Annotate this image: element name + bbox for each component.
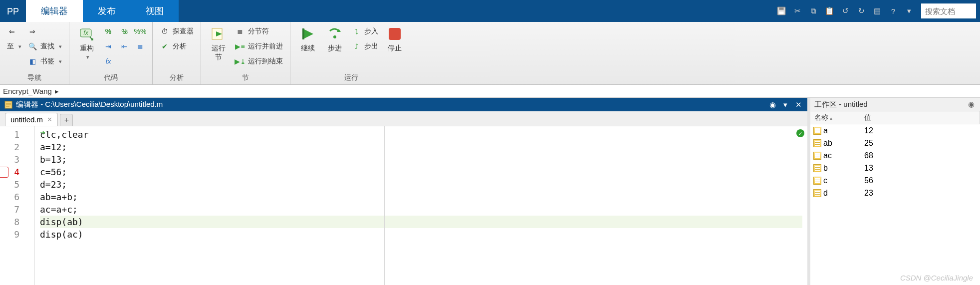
svg-rect-2 — [779, 7, 784, 10]
code-line[interactable]: disp(ab) — [40, 216, 802, 228]
editor-panel-title: 编辑器 - C:\Users\Cecilia\Desktop\untitled.… — [0, 98, 807, 111]
nav-goto-button[interactable]: 至 — [7, 40, 21, 53]
run-advance-button[interactable]: ▶≡运行并前进 — [235, 40, 283, 53]
paste-icon[interactable]: 📋 — [822, 4, 836, 18]
workspace-pane: 工作区 - untitled ◉ 名称 值 a12ab25ac68b13c56d… — [810, 98, 980, 285]
comment-percent-button[interactable]: % — [103, 25, 113, 38]
fx-insert-button[interactable]: fx — [103, 55, 113, 68]
workspace-variable-row[interactable]: c56 — [810, 174, 980, 187]
stop-button[interactable]: 停止 — [384, 25, 405, 53]
variable-icon — [813, 152, 821, 160]
code-text[interactable]: clc,cleara=12;b=13;c=56;d=23;ab=a+b;ac=a… — [35, 126, 807, 285]
copy-icon[interactable]: ⧉ — [806, 4, 820, 18]
layout-icon[interactable]: ▤ — [870, 4, 884, 18]
file-tab[interactable]: untitled.m ✕ — [5, 113, 58, 126]
var-name: c — [823, 176, 827, 185]
code-editor[interactable]: 123456789 clc,cleara=12;b=13;c=56;d=23;a… — [0, 126, 807, 285]
workspace-variable-row[interactable]: d23 — [810, 187, 980, 199]
profiler-button[interactable]: ⏱探查器 — [160, 25, 194, 38]
run-to-end-button[interactable]: ▶⤓运行到结束 — [235, 55, 283, 68]
continue-button[interactable]: 继续 — [297, 25, 318, 53]
tab-editor[interactable]: 编辑器 — [26, 0, 83, 22]
section-break-button[interactable]: ≣分节符 — [235, 25, 283, 38]
app-label: PP — [0, 1, 26, 22]
step-button[interactable]: 步进 — [324, 25, 345, 53]
new-tab-button[interactable]: ＋ — [60, 114, 73, 126]
code-line[interactable]: disp(ac) — [40, 228, 802, 241]
var-value: 12 — [860, 126, 980, 135]
workspace-variable-row[interactable]: a12 — [810, 124, 980, 137]
search-docs[interactable] — [921, 3, 976, 18]
code-line[interactable]: clc,clear — [40, 128, 802, 141]
group-label-analyze: 分析 — [170, 73, 184, 84]
var-value: 56 — [860, 176, 980, 185]
workspace-variable-row[interactable]: b13 — [810, 162, 980, 174]
save-icon[interactable] — [774, 4, 788, 18]
step-out-button[interactable]: ⤴步出 — [351, 40, 378, 53]
close-tab-icon[interactable]: ✕ — [47, 116, 52, 123]
indent-button[interactable]: ⇥ — [103, 40, 113, 53]
ws-col-name[interactable]: 名称 — [810, 111, 860, 124]
quick-access-toolbar: ✂ ⧉ 📋 ↺ ↻ ▤ ? ▾ — [773, 0, 980, 22]
line-number[interactable]: 9 — [0, 228, 19, 241]
variable-icon — [813, 177, 821, 185]
code-line[interactable]: b=13; — [40, 153, 802, 166]
line-number[interactable]: 2 — [0, 141, 19, 153]
ribbon-group-section: 运行 节 ≣分节符 ▶≡运行并前进 ▶⤓运行到结束 节 — [201, 22, 290, 84]
redo-icon[interactable]: ↻ — [854, 4, 868, 18]
analyze-button[interactable]: ✔分析 — [160, 40, 194, 53]
outdent-button[interactable]: ⇤ — [119, 40, 129, 53]
code-line[interactable]: a=12; — [40, 141, 802, 153]
undo-icon[interactable]: ↺ — [838, 4, 852, 18]
help-icon[interactable]: ? — [886, 4, 900, 18]
find-button[interactable]: 🔍查找 — [27, 40, 62, 53]
breadcrumb[interactable]: Encrypt_Wang ▸ — [0, 85, 980, 98]
workspace-variable-row[interactable]: ab25 — [810, 137, 980, 149]
code-line[interactable]: d=23; — [40, 178, 802, 191]
bookmark-button[interactable]: ◧书签 — [27, 55, 62, 68]
uncomment-button[interactable]: %̷ — [119, 25, 129, 38]
gutter[interactable]: 123456789 — [0, 126, 35, 285]
tab-view[interactable]: 视图 — [131, 0, 179, 22]
group-label-code: 代码 — [104, 73, 118, 84]
line-number[interactable]: 4 — [0, 166, 19, 178]
tab-publish[interactable]: 发布 — [83, 0, 131, 22]
ws-menu-icon[interactable]: ◉ — [966, 99, 976, 109]
code-line[interactable]: ab=a+b; — [40, 191, 802, 203]
section-comment-button[interactable]: %% — [135, 25, 145, 38]
line-number[interactable]: 3 — [0, 153, 19, 166]
code-line[interactable]: ac=a+c; — [40, 203, 802, 216]
ws-col-value[interactable]: 值 — [860, 111, 980, 124]
line-number[interactable]: 1 — [0, 128, 19, 141]
nav-back-button[interactable]: ⇐ — [7, 25, 21, 38]
syntax-ok-icon: ✓ — [796, 129, 804, 137]
line-number[interactable]: 5 — [0, 178, 19, 191]
panel-maximize-icon[interactable]: ▾ — [780, 100, 790, 110]
ribbon-group-run: 继续 步进 ⤵步入 ⤴步出 停止 运行 — [290, 22, 412, 84]
cut-icon[interactable]: ✂ — [790, 4, 804, 18]
step-in-button[interactable]: ⤵步入 — [351, 25, 378, 38]
search-input[interactable] — [921, 3, 976, 18]
breadcrumb-seg[interactable]: Encrypt_Wang — [3, 87, 52, 95]
workspace-var-list[interactable]: a12ab25ac68b13c56d23 — [810, 124, 980, 285]
code-line[interactable]: c=56; — [40, 166, 802, 178]
panel-menu-icon[interactable]: ◉ — [767, 100, 777, 110]
editor-title-text: 编辑器 - C:\Users\Cecilia\Desktop\untitled.… — [16, 100, 163, 109]
var-name: ab — [823, 139, 832, 148]
var-value: 23 — [860, 189, 980, 198]
format-button[interactable]: ≣ — [135, 40, 145, 53]
workspace-variable-row[interactable]: ac68 — [810, 149, 980, 162]
group-label-section: 节 — [242, 73, 249, 84]
run-section-button[interactable]: 运行 节 — [208, 25, 229, 62]
dropdown-icon[interactable]: ▾ — [902, 4, 916, 18]
chevron-right-icon: ▸ — [55, 87, 59, 96]
nav-forward-button[interactable]: ⇒ — [27, 25, 62, 38]
line-number[interactable]: 6 — [0, 191, 19, 203]
refactor-button[interactable]: fx 重构 — [76, 25, 97, 60]
panel-close-icon[interactable]: ✕ — [793, 100, 803, 110]
svg-point-10 — [333, 35, 336, 38]
variable-icon — [813, 189, 821, 197]
workspace-header[interactable]: 名称 值 — [810, 111, 980, 124]
line-number[interactable]: 7 — [0, 203, 19, 216]
line-number[interactable]: 8 — [0, 216, 19, 228]
